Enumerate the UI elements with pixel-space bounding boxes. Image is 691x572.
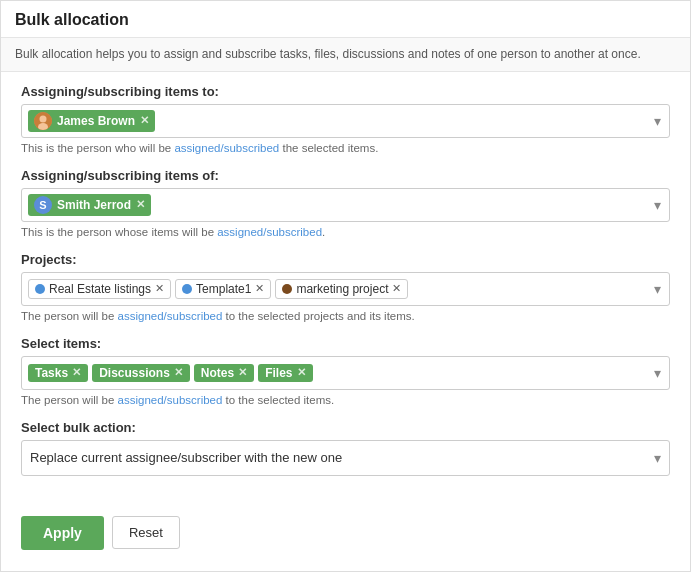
select-items-select[interactable]: Tasks ✕ Discussions ✕ Notes ✕ Files ✕ [21, 356, 670, 390]
item-tag-files: Files ✕ [258, 364, 312, 382]
james-brown-remove[interactable]: ✕ [140, 114, 149, 127]
project-dot-template1 [182, 284, 192, 294]
assigning-to-hint: This is the person who will be assigned/… [21, 142, 670, 154]
assigning-to-group: Assigning/subscribing items to: James Br… [21, 84, 670, 154]
item-remove-tasks[interactable]: ✕ [72, 366, 81, 379]
bulk-action-group: Select bulk action: Replace current assi… [21, 420, 670, 476]
form-body: Assigning/subscribing items to: James Br… [1, 72, 690, 506]
apply-button[interactable]: Apply [21, 516, 104, 550]
smith-jerrod-name: Smith Jerrod [57, 198, 131, 212]
projects-select[interactable]: Real Estate listings ✕ Template1 ✕ marke… [21, 272, 670, 306]
smith-jerrod-avatar: S [34, 196, 52, 214]
assigning-to-hint-highlight: assigned/subscribed [174, 142, 279, 154]
project-name-real-estate: Real Estate listings [49, 282, 151, 296]
projects-hint: The person will be assigned/subscribed t… [21, 310, 670, 322]
bulk-action-label: Select bulk action: [21, 420, 670, 435]
info-bar: Bulk allocation helps you to assign and … [1, 37, 690, 72]
select-items-hint: The person will be assigned/subscribed t… [21, 394, 670, 406]
assigning-of-hint: This is the person whose items will be a… [21, 226, 670, 238]
item-tag-discussions: Discussions ✕ [92, 364, 190, 382]
assigning-of-select[interactable]: S Smith Jerrod ✕ [21, 188, 670, 222]
assigning-of-group: Assigning/subscribing items of: S Smith … [21, 168, 670, 238]
page-container: Bulk allocation Bulk allocation helps yo… [0, 0, 691, 572]
buttons-row: Apply Reset [1, 506, 690, 566]
select-items-label: Select items: [21, 336, 670, 351]
project-remove-marketing[interactable]: ✕ [392, 282, 401, 295]
svg-point-1 [40, 115, 47, 122]
bulk-action-value: Replace current assignee/subscriber with… [30, 450, 342, 465]
item-tag-tasks: Tasks ✕ [28, 364, 88, 382]
assigning-of-label: Assigning/subscribing items of: [21, 168, 670, 183]
james-brown-avatar [34, 112, 52, 130]
project-tag-marketing: marketing project ✕ [275, 279, 408, 299]
projects-hint-highlight: assigned/subscribed [118, 310, 223, 322]
project-name-marketing: marketing project [296, 282, 388, 296]
smith-jerrod-remove[interactable]: ✕ [136, 198, 145, 211]
item-label-files: Files [265, 366, 292, 380]
item-label-tasks: Tasks [35, 366, 68, 380]
page-title: Bulk allocation [1, 1, 690, 37]
item-label-discussions: Discussions [99, 366, 170, 380]
project-tag-template1: Template1 ✕ [175, 279, 271, 299]
project-name-template1: Template1 [196, 282, 251, 296]
item-label-notes: Notes [201, 366, 234, 380]
select-items-hint-highlight: assigned/subscribed [118, 394, 223, 406]
project-remove-real-estate[interactable]: ✕ [155, 282, 164, 295]
reset-button[interactable]: Reset [112, 516, 180, 549]
smith-jerrod-tag: S Smith Jerrod ✕ [28, 194, 151, 216]
james-brown-name: James Brown [57, 114, 135, 128]
item-remove-discussions[interactable]: ✕ [174, 366, 183, 379]
item-tag-notes: Notes ✕ [194, 364, 254, 382]
project-tag-real-estate: Real Estate listings ✕ [28, 279, 171, 299]
james-brown-tag: James Brown ✕ [28, 110, 155, 132]
projects-group: Projects: Real Estate listings ✕ Templat… [21, 252, 670, 322]
project-dot-marketing [282, 284, 292, 294]
item-remove-notes[interactable]: ✕ [238, 366, 247, 379]
bulk-action-select[interactable]: Replace current assignee/subscriber with… [21, 440, 670, 476]
projects-label: Projects: [21, 252, 670, 267]
assigning-to-label: Assigning/subscribing items to: [21, 84, 670, 99]
project-dot-real-estate [35, 284, 45, 294]
info-bar-text: Bulk allocation helps you to assign and … [15, 47, 641, 61]
item-remove-files[interactable]: ✕ [297, 366, 306, 379]
assigning-of-hint-highlight: assigned/subscribed [217, 226, 322, 238]
project-remove-template1[interactable]: ✕ [255, 282, 264, 295]
select-items-group: Select items: Tasks ✕ Discussions ✕ Note… [21, 336, 670, 406]
assigning-to-select[interactable]: James Brown ✕ [21, 104, 670, 138]
